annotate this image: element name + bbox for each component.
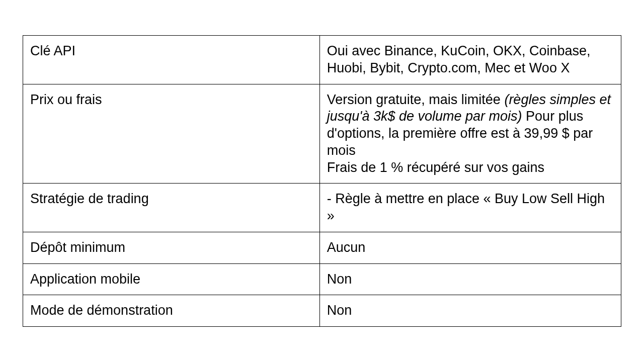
cell-value: - Règle à mettre en place « Buy Low Sell… bbox=[319, 184, 621, 232]
cell-value: Non bbox=[319, 263, 621, 295]
cell-label: Dépôt minimum bbox=[23, 232, 320, 263]
price-text-plain-3: Frais de 1 % récupéré sur vos gains bbox=[327, 160, 544, 175]
table-row: Application mobile Non bbox=[23, 263, 621, 295]
cell-label: Clé API bbox=[23, 36, 320, 84]
cell-label: Stratégie de trading bbox=[23, 184, 320, 232]
cell-value: Aucun bbox=[319, 232, 621, 263]
page: Clé API Oui avec Binance, KuCoin, OKX, C… bbox=[0, 0, 644, 362]
table-row: Clé API Oui avec Binance, KuCoin, OKX, C… bbox=[23, 36, 621, 84]
cell-label: Application mobile bbox=[23, 263, 320, 295]
cell-label: Prix ou frais bbox=[23, 84, 320, 184]
table-row: Mode de démonstration Non bbox=[23, 295, 621, 327]
cell-value: Oui avec Binance, KuCoin, OKX, Coinbase,… bbox=[319, 36, 621, 84]
cell-value: Non bbox=[319, 295, 621, 327]
table-row: Prix ou frais Version gratuite, mais lim… bbox=[23, 84, 621, 184]
cell-value: Version gratuite, mais limitée (règles s… bbox=[319, 84, 621, 184]
cell-label: Mode de démonstration bbox=[23, 295, 320, 327]
info-table: Clé API Oui avec Binance, KuCoin, OKX, C… bbox=[23, 35, 621, 327]
table-row: Dépôt minimum Aucun bbox=[23, 232, 621, 263]
price-text-plain: Version gratuite, mais limitée bbox=[327, 92, 505, 107]
table-row: Stratégie de trading - Règle à mettre en… bbox=[23, 184, 621, 232]
